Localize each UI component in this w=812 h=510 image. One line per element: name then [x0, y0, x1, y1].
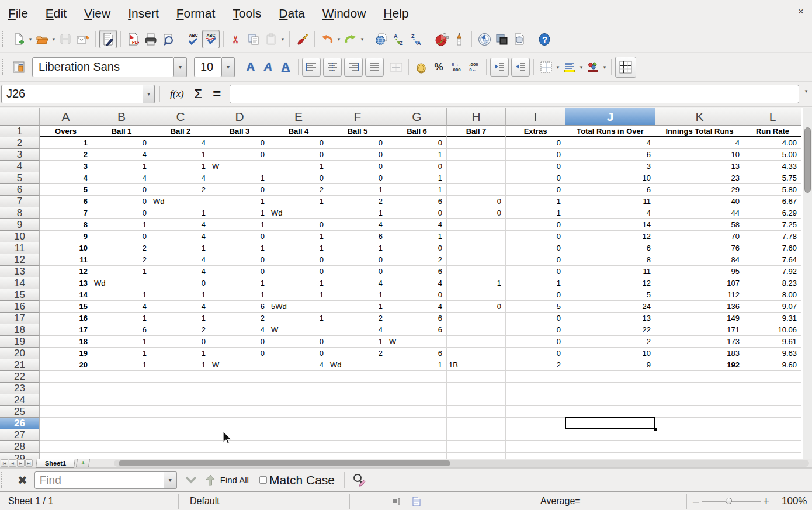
- cell-G6[interactable]: 1: [387, 184, 447, 196]
- cell-K10[interactable]: 70: [655, 231, 744, 242]
- cell-K12[interactable]: 84: [655, 254, 744, 266]
- cell-G26[interactable]: [387, 418, 447, 429]
- row-header-18[interactable]: 18: [0, 324, 40, 336]
- cell-F16[interactable]: 1: [328, 301, 387, 313]
- cell-H14[interactable]: 1: [447, 277, 506, 289]
- cell-C12[interactable]: 4: [151, 254, 210, 266]
- cell-E13[interactable]: 0: [269, 266, 328, 277]
- cell-I10[interactable]: 0: [506, 231, 565, 242]
- cell-B15[interactable]: 1: [92, 289, 151, 301]
- cell-A18[interactable]: 17: [40, 324, 92, 336]
- cell-D15[interactable]: 1: [210, 289, 269, 301]
- cell-G13[interactable]: 6: [387, 266, 447, 277]
- cell-I24[interactable]: [506, 394, 565, 406]
- cell-B7[interactable]: 0: [92, 196, 151, 207]
- cell-I9[interactable]: 0: [506, 219, 565, 231]
- cell-B4[interactable]: 1: [92, 161, 151, 172]
- increase-indent-button[interactable]: [511, 58, 530, 77]
- column-header-K[interactable]: K: [655, 108, 744, 126]
- cell-C14[interactable]: 0: [151, 277, 210, 289]
- cell-K18[interactable]: 171: [655, 324, 744, 336]
- cell-I4[interactable]: 0: [506, 161, 565, 172]
- paste-dropdown[interactable]: ▾: [280, 36, 286, 42]
- cell-D8[interactable]: 1: [210, 207, 269, 219]
- row-header-28[interactable]: 28: [0, 441, 40, 453]
- column-header-H[interactable]: H: [447, 108, 506, 126]
- cell-H18[interactable]: [447, 324, 506, 336]
- cell-H12[interactable]: [447, 254, 506, 266]
- cell-H5[interactable]: [447, 172, 506, 184]
- hyperlink-button[interactable]: [373, 30, 390, 48]
- cell-J12[interactable]: 8: [565, 254, 655, 266]
- cell-D6[interactable]: 0: [210, 184, 269, 196]
- cell-J21[interactable]: 9: [565, 359, 655, 371]
- cell-I3[interactable]: 0: [506, 149, 565, 161]
- column-header-G[interactable]: G: [387, 108, 447, 126]
- cell-E26[interactable]: [269, 418, 328, 429]
- row-header-13[interactable]: 13: [0, 266, 40, 277]
- cell-B25[interactable]: [92, 406, 151, 418]
- cell-D26[interactable]: [210, 418, 269, 429]
- cell-G17[interactable]: 6: [387, 313, 447, 324]
- cell-G25[interactable]: [387, 406, 447, 418]
- cell-C29[interactable]: [151, 453, 210, 459]
- cell-H22[interactable]: [447, 371, 506, 383]
- cell-G27[interactable]: [387, 429, 447, 441]
- cell-L24[interactable]: [744, 394, 801, 406]
- cell-A20[interactable]: 19: [40, 348, 92, 359]
- redo-button[interactable]: [342, 30, 359, 48]
- cell-G18[interactable]: 6: [387, 324, 447, 336]
- document-modified-icon[interactable]: [412, 492, 421, 510]
- sort-ascending-button[interactable]: AZ: [390, 30, 408, 48]
- close-find-bar-button[interactable]: ✖: [18, 473, 27, 487]
- cell-D5[interactable]: 1: [210, 172, 269, 184]
- cell-E27[interactable]: [269, 429, 328, 441]
- zoom-slider[interactable]: [702, 501, 761, 502]
- save-button[interactable]: [57, 30, 74, 48]
- cell-F22[interactable]: [328, 371, 387, 383]
- menu-insert[interactable]: Insert: [128, 6, 168, 20]
- cell-H17[interactable]: [447, 313, 506, 324]
- cell-C15[interactable]: 1: [151, 289, 210, 301]
- cell-J19[interactable]: 2: [565, 336, 655, 348]
- cell-C16[interactable]: 4: [151, 301, 210, 313]
- sum-icon[interactable]: Σ: [195, 86, 203, 102]
- cell-K29[interactable]: [655, 453, 744, 459]
- cell-J1[interactable]: Total Runs in Over: [565, 126, 655, 137]
- print-preview-button[interactable]: [159, 30, 177, 48]
- cell-E23[interactable]: [269, 383, 328, 394]
- cell-K17[interactable]: 149: [655, 313, 744, 324]
- cell-C23[interactable]: [151, 383, 210, 394]
- row-header-11[interactable]: 11: [0, 242, 40, 254]
- cell-I18[interactable]: 0: [506, 324, 565, 336]
- cell-D24[interactable]: [210, 394, 269, 406]
- font-color-dropdown[interactable]: ▾: [602, 64, 608, 70]
- cell-D7[interactable]: 1: [210, 196, 269, 207]
- cell-A14[interactable]: 13: [40, 277, 92, 289]
- cell-G3[interactable]: 1: [387, 149, 447, 161]
- cell-C28[interactable]: [151, 441, 210, 453]
- cell-A8[interactable]: 7: [40, 207, 92, 219]
- font-color-button[interactable]: [584, 58, 602, 77]
- cell-I28[interactable]: [506, 441, 565, 453]
- cell-H19[interactable]: [447, 336, 506, 348]
- cell-B21[interactable]: 1: [92, 359, 151, 371]
- cell-D21[interactable]: W: [210, 359, 269, 371]
- cell-G9[interactable]: 4: [387, 219, 447, 231]
- cell-H15[interactable]: [447, 289, 506, 301]
- cell-J4[interactable]: 3: [565, 161, 655, 172]
- cell-G8[interactable]: 0: [387, 207, 447, 219]
- cell-C17[interactable]: 1: [151, 313, 210, 324]
- cell-J22[interactable]: [565, 371, 655, 383]
- cell-H23[interactable]: [447, 383, 506, 394]
- cell-B24[interactable]: [92, 394, 151, 406]
- cell-E10[interactable]: 1: [269, 231, 328, 242]
- cell-H6[interactable]: [447, 184, 506, 196]
- cell-I2[interactable]: 0: [506, 137, 565, 149]
- formula-input-line[interactable]: [230, 85, 799, 103]
- cell-L16[interactable]: 9.07: [744, 301, 801, 313]
- cell-J7[interactable]: 11: [565, 196, 655, 207]
- cell-K25[interactable]: [655, 406, 744, 418]
- cell-D10[interactable]: 0: [210, 231, 269, 242]
- cell-F11[interactable]: 1: [328, 242, 387, 254]
